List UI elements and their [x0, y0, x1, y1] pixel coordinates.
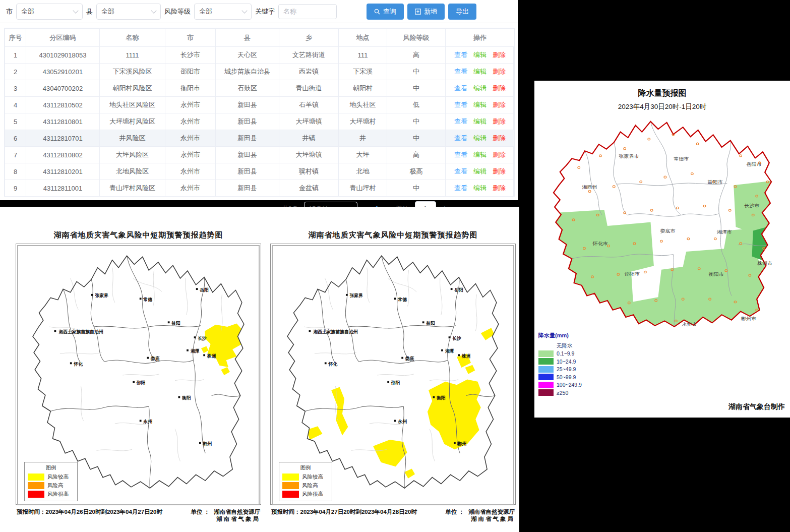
legend-item: 风险很高: [282, 491, 329, 498]
city-label: 湘潭: [445, 348, 454, 353]
city-select[interactable]: 全部: [16, 4, 83, 20]
cell-risk: 中: [387, 180, 446, 197]
city-label: 常德: [398, 297, 407, 302]
view-link[interactable]: 查看: [454, 184, 467, 192]
cell-actions: 查看编辑删除: [446, 97, 515, 113]
legend-swatch: [282, 491, 299, 498]
city-label: 衡阳: [436, 395, 446, 400]
city-label: 益阳: [171, 321, 180, 326]
add-button[interactable]: 新增: [407, 4, 445, 20]
edit-link[interactable]: 编辑: [473, 117, 487, 125]
edit-link[interactable]: 编辑: [473, 84, 487, 92]
cell-county: 天心区: [216, 47, 279, 64]
city-label: 益阳市: [708, 180, 723, 185]
column-header: 操作: [446, 29, 515, 47]
table-row: 243052910201下宋溪风险区邵阳市城步苗族自治县西岩镇下宋溪中查看编辑删…: [5, 64, 515, 80]
edit-link[interactable]: 编辑: [473, 151, 487, 158]
view-link[interactable]: 查看: [454, 151, 467, 158]
precip-map-panel: 降水量预报图 2023年4月30日20时-1日20时 张家界市常德市岳阳市湘西州…: [534, 81, 790, 418]
cell-no: 4: [5, 97, 26, 113]
edit-link[interactable]: 编辑: [473, 101, 487, 108]
cell-name: 井风险区: [100, 130, 165, 147]
risk-table-body: 143010290180531111长沙市天心区文艺路街道111高查看编辑删除2…: [5, 47, 515, 197]
legend-label: 25~49.9: [557, 366, 576, 372]
delete-link[interactable]: 删除: [493, 101, 506, 108]
cell-county: 新田县: [216, 180, 279, 197]
view-link[interactable]: 查看: [454, 101, 467, 108]
precip-title: 降水量预报图: [534, 88, 790, 99]
cell-city: 永州市: [165, 130, 216, 147]
delete-link[interactable]: 删除: [493, 184, 506, 192]
city-label: 株洲: [461, 353, 471, 359]
legend-item: 无降水: [538, 342, 582, 350]
city-label: 岳阳市: [746, 162, 762, 167]
cell-town: 金盆镇: [279, 180, 339, 197]
legend-item: 100~249.9: [538, 381, 582, 389]
delete-link[interactable]: 删除: [493, 84, 506, 92]
delete-link[interactable]: 删除: [493, 68, 506, 75]
map-frame: 张家界常德岳阳湘西土家族苗族自治州益阳长沙怀化娄底湘潭株洲邵阳衡阳永州郴州 图例…: [270, 244, 516, 505]
city-label: 岳阳: [199, 287, 209, 292]
city-select-value: 全部: [21, 7, 34, 16]
view-link[interactable]: 查看: [454, 167, 467, 175]
keyword-input[interactable]: [278, 4, 337, 19]
delete-link[interactable]: 删除: [493, 167, 506, 175]
edit-link[interactable]: 编辑: [473, 134, 487, 142]
edit-link[interactable]: 编辑: [473, 68, 487, 75]
view-link[interactable]: 查看: [454, 134, 467, 142]
legend-swatch: [538, 358, 554, 365]
precip-legend: 降水量(mm) 无降水0.1~9.910~24.925~49.950~99.91…: [538, 332, 582, 397]
legend-swatch: [538, 382, 554, 388]
legend-label: 风险很高: [47, 491, 69, 498]
legend-label: ≥250: [557, 390, 568, 396]
delete-link[interactable]: 删除: [493, 151, 506, 158]
view-link[interactable]: 查看: [454, 51, 467, 58]
legend-item: 50~99.9: [538, 373, 582, 381]
export-button-label: 导出: [456, 7, 469, 16]
view-link[interactable]: 查看: [454, 117, 467, 125]
column-header: 市: [165, 29, 216, 47]
delete-link[interactable]: 删除: [493, 117, 506, 125]
city-label: 永州: [143, 419, 152, 424]
edit-link[interactable]: 编辑: [473, 184, 487, 192]
risk-level-select[interactable]: 全部: [194, 4, 252, 20]
risk-table-panel: 市 全部 县 全部 风险等级 全部 关键字 查询: [0, 0, 518, 200]
legend-item: 0.1~9.9: [538, 350, 582, 358]
screen: 市 全部 县 全部 风险等级 全部 关键字 查询: [0, 0, 790, 532]
legend-item: 风险高: [28, 482, 74, 489]
county-select[interactable]: 全部: [96, 4, 161, 20]
column-header: 乡: [279, 29, 339, 47]
export-button[interactable]: 导出: [448, 4, 476, 20]
legend-label: 风险高: [47, 482, 64, 489]
cell-county: 新田县: [216, 97, 279, 113]
view-link[interactable]: 查看: [454, 68, 467, 75]
edit-link[interactable]: 编辑: [473, 51, 487, 58]
cell-risk: 高: [387, 47, 446, 64]
cell-code: 43112811001: [26, 180, 100, 197]
city-label: 衡阳: [181, 395, 191, 400]
cell-place: 北地: [339, 163, 387, 180]
city-label: 怀化: [328, 362, 338, 367]
legend-item: 风险高: [282, 482, 329, 489]
cell-town: 骥村镇: [279, 163, 339, 180]
legend-label: 风险很高: [302, 491, 323, 498]
delete-link[interactable]: 删除: [493, 51, 506, 58]
city-label: 湘潭市: [717, 229, 733, 234]
chevron-down-icon: [73, 8, 78, 13]
edit-link[interactable]: 编辑: [473, 167, 487, 175]
delete-link[interactable]: 删除: [493, 134, 506, 142]
city-label: 湘潭: [190, 348, 200, 353]
legend-label: 风险高: [302, 482, 318, 489]
city-label: 邵阳: [136, 380, 146, 385]
view-link[interactable]: 查看: [454, 84, 467, 92]
search-button[interactable]: 查询: [367, 4, 404, 20]
legend-item: 25~49.9: [538, 366, 582, 374]
cell-county: 城步苗族自治县: [216, 64, 279, 80]
cell-name: 大坪风险区: [100, 147, 165, 163]
cell-city: 衡阳市: [165, 80, 216, 97]
cell-place: 大坪: [339, 147, 387, 163]
keyword-label: 关键字: [255, 7, 275, 16]
table-header: 序号分区编码名称市县乡地点风险等级操作: [5, 29, 515, 47]
risk-select-value: 全部: [199, 7, 212, 16]
cell-town: 井镇: [279, 130, 339, 147]
